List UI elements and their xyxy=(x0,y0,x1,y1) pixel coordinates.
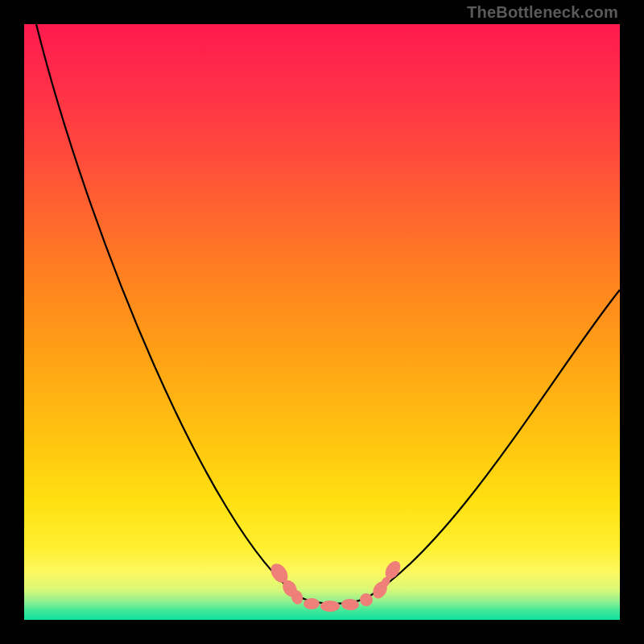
bottleneck-curve xyxy=(24,24,620,620)
curve-marker xyxy=(341,598,360,611)
watermark-text: TheBottleneck.com xyxy=(467,3,618,22)
chart-frame: TheBottleneck.com xyxy=(0,0,644,644)
curve-marker xyxy=(320,601,340,612)
marker-group xyxy=(267,559,403,612)
curve-marker xyxy=(303,598,320,609)
plot-area xyxy=(24,24,620,620)
v-curve xyxy=(36,24,620,604)
